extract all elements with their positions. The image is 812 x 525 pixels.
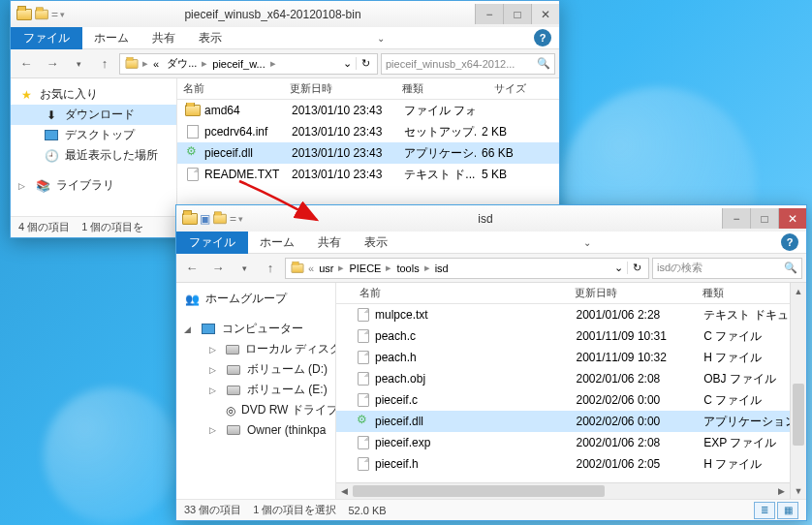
chevron-right-icon[interactable]: ▸ [142, 57, 148, 70]
scrollbar-thumb[interactable] [353, 485, 605, 497]
breadcrumb-seg[interactable]: pieceif_w... [208, 58, 268, 70]
file-list[interactable]: mulpce.txt2001/01/06 2:28テキスト ドキュpeach.c… [336, 304, 790, 482]
collapse-icon[interactable]: ◢ [184, 324, 191, 334]
table-row[interactable]: pieceif.dll2013/01/10 23:43アプリケーシ...66 K… [177, 142, 559, 164]
close-button[interactable]: ✕ [778, 208, 806, 229]
forward-button[interactable]: → [206, 257, 230, 280]
scroll-down-icon[interactable]: ▼ [791, 482, 806, 499]
history-dropdown[interactable]: ▾ [67, 52, 90, 76]
file-tab[interactable]: ファイル [11, 27, 82, 49]
qat-dropdown-icon[interactable]: ▾ [60, 10, 65, 19]
column-headers[interactable]: 名前 更新日時 種類 [336, 283, 790, 304]
scroll-up-icon[interactable]: ▲ [791, 283, 806, 299]
nav-recent[interactable]: 🕘最近表示した場所 [11, 145, 176, 166]
chevron-right-icon[interactable]: ▸ [424, 262, 430, 274]
breadcrumb-seg[interactable]: usr [315, 262, 337, 274]
tab-view[interactable]: 表示 [187, 30, 234, 46]
breadcrumb-seg[interactable]: isd [431, 262, 453, 274]
history-dropdown[interactable]: ▾ [233, 257, 256, 280]
file-tab[interactable]: ファイル [176, 232, 248, 254]
back-button[interactable]: ← [180, 257, 203, 280]
up-button[interactable]: ↑ [93, 52, 116, 76]
table-row[interactable]: README.TXT2013/01/10 23:43テキスト ド...5 KB [177, 164, 559, 185]
nav-downloads[interactable]: ⬇ダウンロード [11, 105, 176, 125]
nav-dvd[interactable]: ▷◎DVD RW ドライブ [176, 400, 335, 420]
table-row[interactable]: peach.c2001/11/09 10:31C ファイル [336, 325, 790, 347]
table-row[interactable]: peach.h2001/11/09 10:32H ファイル [336, 347, 790, 368]
chevron-right-icon[interactable]: ▸ [270, 57, 276, 70]
nav-drive-c[interactable]: ▷ローカル ディスク (C [176, 339, 335, 359]
table-row[interactable]: pieceif.exp2002/01/06 2:08EXP ファイル [336, 432, 790, 453]
minimize-button[interactable]: − [475, 4, 503, 24]
tab-share[interactable]: 共有 [306, 234, 353, 251]
table-row[interactable]: peach.obj2002/01/06 2:08OBJ ファイル [336, 368, 790, 389]
nav-drive-e[interactable]: ▷ボリューム (E:) [176, 380, 335, 400]
breadcrumb-dropdown[interactable]: ⌄ [339, 57, 356, 70]
scrollbar-thumb[interactable] [793, 384, 804, 446]
titlebar[interactable]: ▣ = ▾ isd − □ ✕ [176, 205, 806, 232]
col-date[interactable]: 更新日時 [284, 81, 396, 96]
table-row[interactable]: pieceif.h2002/01/06 2:05H ファイル [336, 453, 790, 475]
titlebar[interactable]: = ▾ pieceif_winusb_x64-20120108-bin − □ … [11, 1, 559, 27]
expand-icon[interactable]: ▷ [209, 345, 216, 355]
nav-library[interactable]: ▷📚ライブラリ [11, 175, 176, 196]
tab-home[interactable]: ホーム [82, 30, 141, 46]
qat-dropdown-icon[interactable]: ▾ [238, 214, 243, 224]
col-kind[interactable]: 種類 [396, 81, 474, 96]
tab-home[interactable]: ホーム [248, 234, 306, 251]
breadcrumb-seg[interactable]: tools [392, 262, 422, 274]
breadcrumb-seg[interactable]: PIECE [345, 262, 385, 274]
breadcrumb[interactable]: « usr ▸ PIECE ▸ tools ▸ isd ⌄ ↻ [285, 258, 649, 279]
close-button[interactable]: ✕ [531, 4, 559, 24]
up-button[interactable]: ↑ [259, 257, 282, 280]
scroll-right-icon[interactable]: ▶ [773, 483, 790, 499]
scrollbar-horizontal[interactable]: ◀ ▶ [336, 482, 790, 499]
back-button[interactable]: ← [15, 52, 38, 76]
expand-icon[interactable]: ▷ [18, 181, 25, 191]
refresh-button[interactable]: ↻ [356, 57, 375, 70]
chevron-left-icon[interactable]: « [308, 262, 314, 274]
table-row[interactable]: pieceif.c2002/02/06 0:00C ファイル [336, 389, 790, 411]
refresh-button[interactable]: ↻ [627, 262, 646, 274]
col-kind[interactable]: 種類 [697, 286, 789, 300]
forward-button[interactable]: → [41, 52, 64, 76]
col-name[interactable]: 名前 [336, 286, 569, 300]
breadcrumb-overflow[interactable]: « [149, 58, 163, 70]
table-row[interactable]: pieceif.dll2002/02/06 0:00アプリケーション [336, 411, 790, 432]
nav-network-location[interactable]: ▷Owner (thinkpa [176, 420, 335, 440]
scroll-left-icon[interactable]: ◀ [336, 483, 353, 499]
help-button[interactable]: ? [781, 233, 798, 251]
view-icons-button[interactable]: ▦ [777, 502, 798, 519]
ribbon-expand-icon[interactable]: ⌄ [583, 237, 591, 248]
search-input[interactable]: isdの検索 🔍 [652, 258, 802, 279]
breadcrumb-seg[interactable]: ダウ... [163, 56, 201, 71]
maximize-button[interactable]: □ [750, 208, 778, 229]
view-details-button[interactable]: ≣ [754, 502, 775, 519]
expand-icon[interactable]: ▷ [209, 425, 216, 435]
search-input[interactable]: pieceif_winusb_x64-2012... 🔍 [381, 53, 555, 75]
col-size[interactable]: サイズ [474, 81, 532, 96]
nav-computer[interactable]: ◢コンピューター [176, 319, 335, 339]
breadcrumb-dropdown[interactable]: ⌄ [610, 262, 627, 274]
nav-homegroup[interactable]: 👥ホームグループ [176, 289, 335, 309]
col-name[interactable]: 名前 [177, 81, 284, 96]
chevron-right-icon[interactable]: ▸ [202, 57, 207, 70]
expand-icon[interactable]: ▷ [209, 365, 216, 375]
file-list[interactable]: amd642013/01/10 23:43ファイル フォ...pcedrv64.… [177, 100, 559, 185]
nav-drive-d[interactable]: ▷ボリューム (D:) [176, 359, 335, 380]
col-date[interactable]: 更新日時 [569, 286, 697, 300]
expand-icon[interactable]: ▷ [209, 386, 216, 395]
minimize-button[interactable]: − [722, 208, 750, 229]
nav-desktop[interactable]: デスクトップ [11, 125, 176, 145]
qat-props-icon[interactable]: ▣ [200, 212, 210, 226]
help-button[interactable]: ? [534, 29, 551, 46]
table-row[interactable]: pcedrv64.inf2013/01/10 23:43セットアップ...2 K… [177, 121, 559, 142]
table-row[interactable]: amd642013/01/10 23:43ファイル フォ... [177, 100, 559, 121]
chevron-right-icon[interactable]: ▸ [386, 262, 391, 274]
tab-share[interactable]: 共有 [141, 30, 187, 46]
column-headers[interactable]: 名前 更新日時 種類 サイズ [177, 78, 559, 100]
chevron-right-icon[interactable]: ▸ [338, 262, 344, 274]
tab-view[interactable]: 表示 [353, 234, 399, 251]
breadcrumb[interactable]: ▸ « ダウ... ▸ pieceif_w... ▸ ⌄ ↻ [119, 53, 378, 75]
nav-favorites[interactable]: ★お気に入り [11, 84, 176, 105]
